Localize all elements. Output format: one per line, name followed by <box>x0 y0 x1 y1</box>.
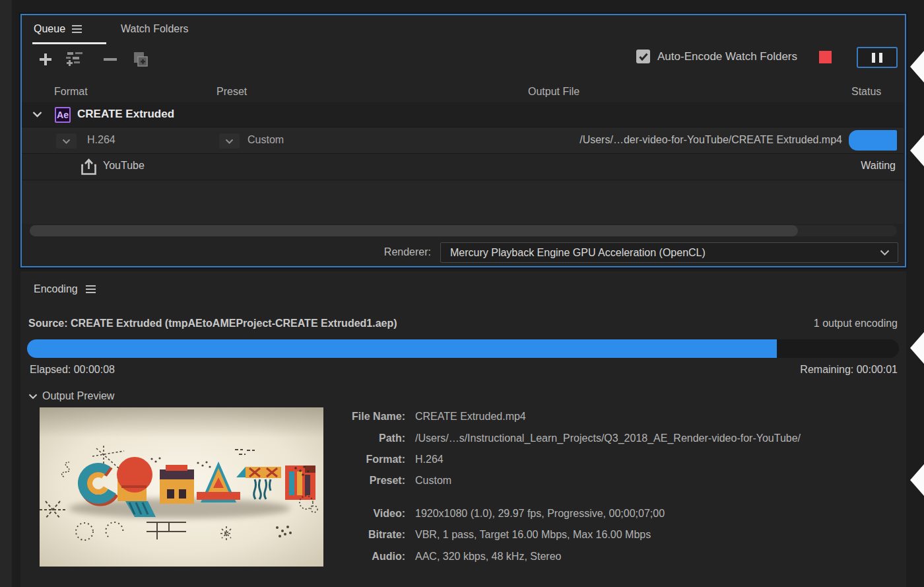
output-preview-image <box>40 407 323 567</box>
horizontal-scrollbar <box>30 225 897 236</box>
queue-panel-menu-icon[interactable] <box>72 25 82 33</box>
detail-format: Format: H.264 <box>339 449 900 470</box>
callout-arrow-icon <box>910 135 924 166</box>
encoding-panel-menu-icon[interactable] <box>86 285 96 293</box>
add-output-button[interactable] <box>64 49 85 70</box>
detail-preset: Preset: Custom <box>339 470 900 491</box>
encoding-progress-fill <box>27 339 777 358</box>
encoding-panel-title: Encoding <box>34 283 78 295</box>
detail-video: Video: 1920x1080 (1.0), 29.97 fps, Progr… <box>339 503 900 524</box>
encoding-progress-bar <box>27 339 899 358</box>
collapse-group-chevron-icon[interactable] <box>32 111 42 118</box>
add-source-button[interactable] <box>35 49 56 70</box>
encoding-source-line: Source: CREATE Extruded (tmpAEtoAMEProje… <box>28 318 397 329</box>
callout-arrow-icon <box>910 332 924 364</box>
media-encoder-window: Queue Watch Folders <box>0 0 924 587</box>
renderer-row: Renderer: Mercury Playback Engine GPU Ac… <box>22 242 905 263</box>
active-tab-underline <box>32 42 106 44</box>
output-preview-label: Output Preview <box>42 390 114 402</box>
remove-item-button[interactable] <box>100 49 121 70</box>
renderer-value: Mercury Playback Engine GPU Acceleration… <box>450 247 880 259</box>
callout-arrow-icon <box>910 51 924 83</box>
publish-destination: YouTube <box>103 160 145 172</box>
queue-tab-bar: Queue Watch Folders <box>22 15 905 44</box>
renderer-label: Renderer: <box>383 246 431 258</box>
encoding-details: File Name: CREATE Extruded.mp4 Path: /Us… <box>339 406 900 567</box>
auto-encode-toggle[interactable]: Auto-Encode Watch Folders <box>636 50 797 63</box>
detail-audio: Audio: AAC, 320 kbps, 48 kHz, Stereo <box>339 545 900 567</box>
tab-queue[interactable]: Queue <box>34 15 82 42</box>
checkmark-icon <box>639 53 648 61</box>
callout-arrow-icon <box>910 464 924 496</box>
column-header-preset: Preset <box>216 86 247 98</box>
minus-icon <box>104 58 117 61</box>
queue-toolbar: Auto-Encode Watch Folders <box>22 46 905 75</box>
tab-queue-label: Queue <box>34 23 65 35</box>
column-header-status: Status <box>851 86 881 98</box>
tab-watch-folders[interactable]: Watch Folders <box>121 15 189 42</box>
remaining-time: Remaining: 00:00:01 <box>800 364 898 376</box>
encoding-panel: Encoding Source: CREATE Extruded (tmpAEt… <box>20 271 906 587</box>
queue-source-row[interactable]: Ae CREATE Extruded <box>22 102 904 127</box>
outputs-encoding-count: 1 output encoding <box>814 318 898 329</box>
stop-queue-button[interactable] <box>819 51 832 63</box>
auto-encode-label: Auto-Encode Watch Folders <box>657 50 797 63</box>
duplicate-icon <box>131 50 150 69</box>
publish-share-icon <box>81 158 97 176</box>
output-preset-icon <box>65 51 84 68</box>
chevron-down-icon <box>28 394 38 399</box>
pause-queue-button[interactable] <box>857 47 898 68</box>
queue-column-headers: Format Preset Output File Status <box>22 84 905 102</box>
column-header-output-file: Output File <box>528 86 579 98</box>
queue-output-row[interactable]: H.264 Custom /Users/…der-video-for-YouTu… <box>22 127 904 154</box>
preset-dropdown-button[interactable] <box>219 133 240 149</box>
pause-icon <box>872 53 875 63</box>
queue-empty-area <box>22 180 904 224</box>
queue-panel: Queue Watch Folders <box>20 14 906 267</box>
horizontal-scrollbar-thumb[interactable] <box>30 225 798 236</box>
preset-value[interactable]: Custom <box>248 134 284 146</box>
chevron-down-icon <box>880 250 890 256</box>
after-effects-badge-icon: Ae <box>55 107 71 123</box>
renderer-dropdown[interactable]: Mercury Playback Engine GPU Acceleration… <box>440 242 898 263</box>
tab-watch-folders-label: Watch Folders <box>121 23 189 35</box>
plus-icon <box>40 53 51 65</box>
publish-status: Waiting <box>861 160 896 172</box>
auto-encode-checkbox[interactable] <box>636 50 650 63</box>
duplicate-button[interactable] <box>130 49 151 70</box>
elapsed-time: Elapsed: 00:00:08 <box>30 364 115 376</box>
column-header-format: Format <box>54 86 88 98</box>
output-preview-toggle[interactable]: Output Preview <box>28 390 114 402</box>
detail-file-name: File Name: CREATE Extruded.mp4 <box>339 406 900 427</box>
detail-bitrate: Bitrate: VBR, 1 pass, Target 16.00 Mbps,… <box>339 524 900 545</box>
format-dropdown-button[interactable] <box>56 133 77 149</box>
format-value[interactable]: H.264 <box>87 134 116 146</box>
queue-publish-row[interactable]: YouTube Waiting <box>22 154 904 180</box>
detail-path: Path: /Users/…s/Instructional_Learn_Proj… <box>339 427 900 448</box>
source-name: CREATE Extruded <box>77 108 174 121</box>
output-file-path[interactable]: /Users/…der-video-for-YouTube/CREATE Ext… <box>579 134 842 146</box>
status-progress-pill <box>849 130 897 151</box>
